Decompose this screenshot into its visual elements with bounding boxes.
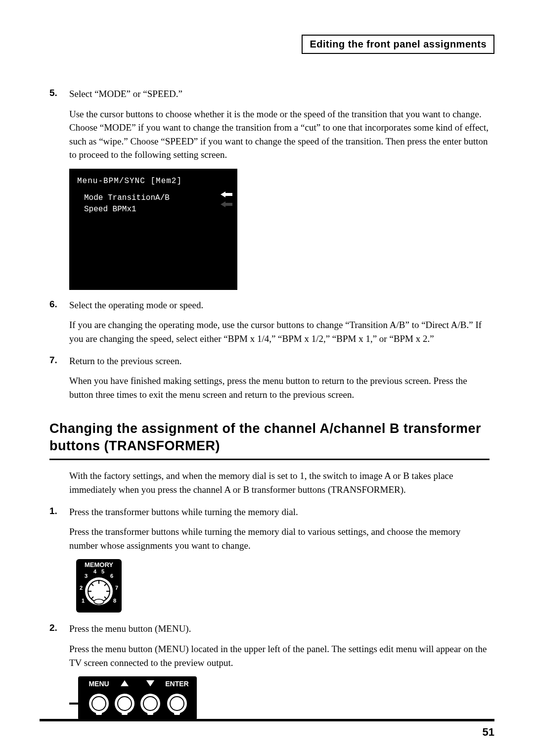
step-title-7: Return to the previous screen.	[69, 355, 490, 368]
page-number: 51	[483, 726, 494, 739]
svg-text:6: 6	[110, 573, 113, 579]
dial-label: MEMORY	[85, 561, 113, 568]
menu-buttons-illustration: MENU ENTER	[69, 676, 490, 721]
svg-text:4: 4	[93, 568, 97, 574]
step-body-2: Press the menu button (MENU) located in …	[69, 642, 490, 669]
step-body-5: Use the cursor buttons to choose whether…	[69, 107, 490, 162]
svg-text:8: 8	[113, 598, 116, 604]
menu-label: MENU	[89, 680, 109, 688]
svg-text:3: 3	[85, 573, 88, 579]
step-1: 1. Press the transformer buttons while t…	[49, 506, 490, 519]
step-body-6: If you are changing the operating mode, …	[69, 318, 490, 345]
step-title-6: Select the operating mode or speed.	[69, 299, 490, 312]
lcd-line-2: Mode TransitionA/B	[84, 192, 229, 203]
section-intro: With the factory settings, and when the …	[69, 469, 490, 496]
step-body-7: When you have finished making settings, …	[69, 374, 490, 401]
svg-point-12	[94, 599, 104, 604]
heading-rule	[49, 459, 490, 460]
svg-marker-0	[221, 191, 232, 197]
step-7: 7. Return to the previous screen.	[49, 355, 490, 368]
step-6: 6. Select the operating mode or speed.	[49, 299, 490, 312]
step-num-7: 7.	[49, 355, 69, 368]
section-heading: Changing the assignment of the channel A…	[49, 420, 490, 455]
memory-dial-illustration: MEMORY 1 2 3 4 5 6 7	[69, 559, 490, 614]
arrow-left-icon	[221, 190, 232, 199]
step-num-1: 1.	[49, 506, 69, 519]
step-title-5: Select “MODE” or “SPEED.”	[69, 88, 490, 100]
step-title-1: Press the transformer buttons while turn…	[69, 506, 490, 519]
svg-text:7: 7	[115, 585, 118, 591]
step-5: 5. Select “MODE” or “SPEED.”	[49, 88, 490, 100]
svg-rect-34	[174, 712, 180, 715]
step-num-2: 2.	[49, 622, 69, 635]
step-body-1: Press the transformer buttons while turn…	[69, 525, 490, 552]
svg-rect-31	[147, 712, 153, 715]
lcd-screen-illustration: Menu-BPM/SYNC [Mem2] Mode TransitionA/B …	[69, 169, 237, 290]
arrow-left-icon	[221, 200, 232, 209]
svg-text:1: 1	[82, 598, 85, 604]
footer-rule	[40, 719, 494, 721]
step-num-6: 6.	[49, 299, 69, 312]
svg-text:5: 5	[101, 568, 104, 574]
step-title-2: Press the menu button (MENU).	[69, 622, 490, 635]
svg-text:2: 2	[80, 585, 83, 591]
lcd-line-1: Menu-BPM/SYNC [Mem2]	[77, 176, 229, 187]
svg-rect-28	[122, 712, 128, 715]
svg-marker-1	[221, 201, 232, 207]
section-header-box: Editing the front panel assignments	[302, 35, 494, 54]
step-num-5: 5.	[49, 88, 69, 100]
step-2: 2. Press the menu button (MENU).	[49, 622, 490, 635]
enter-label: ENTER	[165, 680, 188, 688]
lcd-line-3: Speed BPMx1	[84, 204, 229, 215]
svg-rect-25	[96, 712, 102, 715]
